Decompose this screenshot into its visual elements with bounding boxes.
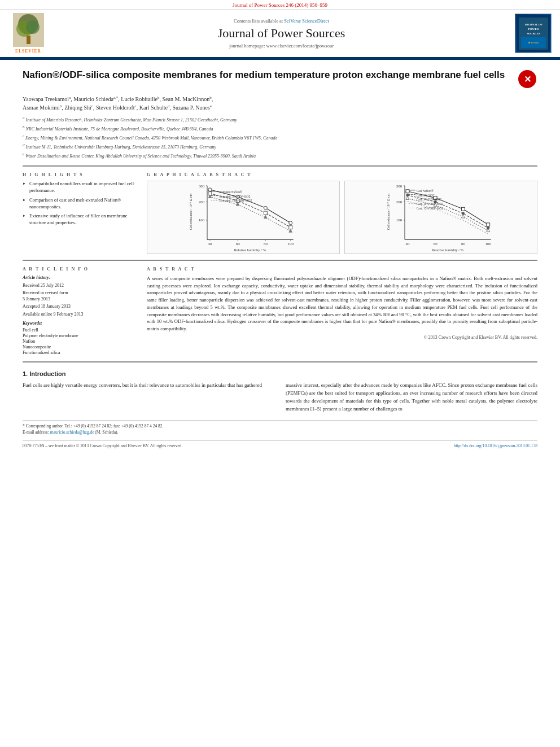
bold-divider-3 [23,361,537,362]
email-label: E-mail address: [23,430,49,435]
svg-text:100: 100 [396,218,403,222]
svg-point-30 [208,188,212,191]
highlight-item-3: Extensive study of influence of filler o… [23,213,135,226]
email-link[interactable]: mauricio.schieda@hzg.de [50,430,94,435]
chart-1: 300 200 100 40 60 80 100 [147,181,340,254]
keywords-label: Keywords: [23,321,135,326]
svg-text:80: 80 [264,242,268,246]
chart-2: 300 200 100 40 60 80 100 Cell resistance… [344,181,537,254]
affiliation-e: e Water Desalination and Reuse Center, K… [23,151,537,160]
svg-text:Relative humidity / %: Relative humidity / % [432,248,464,252]
svg-text:Cast Nafion®: Cast Nafion® [417,189,434,193]
graphical-abstract-charts: 300 200 100 40 60 80 100 [147,181,537,254]
abstract-heading: A B S T R A C T [147,267,537,272]
sciverse-line: Contents lists available at SciVerse Sci… [55,18,508,24]
svg-text:SOURCES: SOURCES [527,32,540,35]
abstract-copyright: © 2013 Crown Copyright and Elsevier BV. … [147,335,537,340]
svg-text:80: 80 [461,242,465,246]
affiliation-d: d Institute M-11, Technische Universität… [23,142,537,151]
svg-text:40: 40 [405,242,409,246]
elsevier-logo-left: ELSEVIER [6,13,51,54]
svg-point-32 [264,206,267,209]
received-date: Received 25 July 2012 [23,282,135,289]
highlight-item-1: Compatibilized nanofillers result in imp… [23,181,135,194]
authors-line: Yaowapa Treekamola, Mauricio Schiedaa,*,… [23,95,537,112]
svg-text:60: 60 [434,242,438,246]
keyword-3: Nafion [23,339,135,344]
keyword-1: Fuel cell [23,327,135,333]
sciverse-link[interactable]: SciVerse ScienceDirect [284,18,329,24]
revised-date: Received in revised form5 January 2013 [23,290,135,302]
keyword-4: Nanocomposite [23,344,135,350]
footer-note: * Corresponding author. Tel.: +49 (0) 41… [23,420,537,435]
svg-text:JOURNAL OF: JOURNAL OF [524,23,542,26]
highlight-item-2: Comparison of cast and melt-extruded Naf… [23,197,135,211]
journal-reference: Journal of Power Sources 246 (2014) 950–… [0,0,560,10]
svg-text:⚡ POWER: ⚡ POWER [528,41,539,44]
chart-1-svg: 300 200 100 40 60 80 100 [147,181,339,254]
journal-logo-box: JOURNAL OF POWER SOURCES ⚡ POWER [515,14,552,53]
highlights-heading: H I G H L I G H T S [23,172,135,177]
svg-text:Extruded, 10% ODF-SiO2: Extruded, 10% ODF-SiO2 [220,199,252,202]
email-suffix: (M. Schieda). [95,430,118,435]
svg-rect-4 [27,36,30,44]
svg-marker-73 [487,229,490,232]
bold-divider-1 [23,165,537,167]
svg-point-3 [26,20,40,34]
corresponding-author: * Corresponding author. Tel.: +49 (0) 41… [23,423,537,429]
svg-text:Relative humidity / %: Relative humidity / % [234,248,266,252]
article-info-section: A R T I C L E I N F O Article history: R… [23,267,135,356]
graphical-abstract-section: G R A P H I C A L A B S T R A C T 300 20… [147,172,537,254]
elsevier-logo-right: JOURNAL OF POWER SOURCES ⚡ POWER [512,13,554,54]
svg-text:100: 100 [288,242,294,246]
abstract-section: A B S T R A C T A series of composite me… [147,267,537,356]
svg-marker-72 [461,215,465,218]
affiliation-a: a Institute of Materials Research, Helmh… [23,115,537,124]
highlights-list: Compatibilized nanofillers result in imp… [23,181,135,226]
svg-text:100: 100 [199,218,205,222]
doi-link[interactable]: http://dx.doi.org/10.1016/j.jpowsour.201… [454,443,537,448]
svg-text:100: 100 [485,242,492,246]
svg-rect-37 [289,226,292,229]
tree-image [13,13,44,47]
elsevier-label: ELSEVIER [15,49,41,54]
svg-text:Cell resistance / 10⁻¹ Ω cm: Cell resistance / 10⁻¹ Ω cm [189,193,193,230]
journal-header: ELSEVIER Contents lists available at Sci… [0,10,560,58]
svg-point-33 [289,221,292,225]
available-date: Available online 9 February 2013 [23,311,135,317]
introduction-heading: 1. Introduction [23,370,537,377]
highlights-section: H I G H L I G H T S Compatibilized nanof… [23,172,135,254]
intro-col-right-text: massive interest, especially after the a… [286,382,537,413]
copyright-line: 0378-7753/$ – see front matter © 2013 Cr… [23,443,182,448]
svg-text:60: 60 [236,242,240,246]
keyword-5: Functionalized silica [23,350,135,355]
svg-text:200: 200 [199,200,205,204]
article-info-abstract-row: A R T I C L E I N F O Article history: R… [23,267,537,356]
svg-text:Cell resistance / 10⁻¹ Ω cm: Cell resistance / 10⁻¹ Ω cm [387,193,390,230]
svg-text:300: 300 [396,184,403,188]
intro-col-left-text: Fuel cells are highly versatile energy c… [23,382,274,390]
svg-text:40: 40 [208,242,212,246]
svg-text:Cast, 5% SiO2: Cast, 5% SiO2 [417,193,435,196]
svg-text:Extruded, 5% ODF-SiO2: Extruded, 5% ODF-SiO2 [220,194,251,198]
introduction-columns: Fuel cells are highly versatile energy c… [23,382,537,413]
svg-text:300: 300 [199,184,205,188]
graphical-abstract-heading: G R A P H I C A L A B S T R A C T [147,172,537,177]
journal-center: Contents lists available at SciVerse Sci… [55,13,508,54]
article-title: Nafion®/ODF-silica composite membranes f… [23,69,511,82]
main-content: Nafion®/ODF-silica composite membranes f… [0,60,560,457]
keyword-2: Polymer electrolyte membrane [23,333,135,338]
crossmark[interactable]: ✕ [517,69,537,89]
affiliations: a Institute of Materials Research, Helmh… [23,115,537,160]
svg-text:200: 200 [396,200,403,204]
bold-divider-2 [23,260,537,261]
intro-col-left: Fuel cells are highly versatile energy c… [23,382,274,413]
chart-2-svg: 300 200 100 40 60 80 100 Cell resistance… [345,181,537,254]
article-history-label: Article history: [23,275,135,280]
svg-text:Cast, 15% ODF-SiO2: Cast, 15% ODF-SiO2 [417,207,444,210]
crossmark-icon: ✕ [518,70,536,88]
affiliation-c: c Energy, Mining & Environment, National… [23,133,537,142]
article-title-section: Nafion®/ODF-silica composite membranes f… [23,69,537,89]
accepted-date: Accepted 18 January 2013 [23,303,135,309]
highlights-graphical-row: H I G H L I G H T S Compatibilized nanof… [23,172,537,254]
